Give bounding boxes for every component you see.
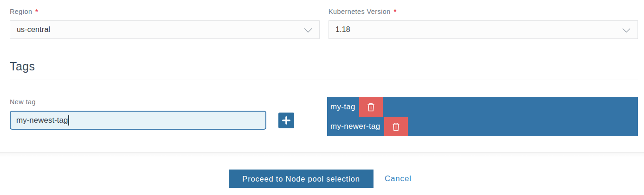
tag-row: my-newer-tag [327,117,638,136]
new-tag-label: New tag [10,98,36,106]
region-label-text: Region [10,8,32,15]
k8s-version-label-text: Kubernetes Version [328,8,391,15]
tags-heading: Tags [10,60,35,73]
tag-name: my-tag [330,102,355,112]
section-divider [10,80,638,80]
delete-tag-button[interactable] [384,117,408,136]
region-select-value: us-central [17,25,50,34]
trash-icon [392,122,400,132]
proceed-button[interactable]: Proceed to Node pool selection [229,170,374,188]
k8s-version-label: Kubernetes Version* [328,8,397,15]
chevron-down-icon [303,25,314,36]
footer-shade [0,153,644,157]
new-tag-input[interactable]: my-newest-tag [10,111,266,130]
plus-icon [282,116,291,125]
tag-name: my-newer-tag [330,122,380,131]
text-cursor [68,115,69,126]
tag-row: my-tag [327,97,638,117]
create-cluster-form: Region* us-central Kubernetes Version* 1… [0,0,644,195]
chevron-down-icon [621,25,632,36]
delete-tag-button[interactable] [359,97,383,117]
new-tag-input-value: my-newest-tag [16,116,68,125]
k8s-version-select-value: 1.18 [335,25,350,34]
required-asterisk: * [35,8,38,15]
k8s-version-select[interactable]: 1.18 [328,20,638,39]
region-select[interactable]: us-central [10,20,320,39]
add-tag-button[interactable] [278,113,294,128]
trash-icon [367,102,375,112]
cancel-link[interactable]: Cancel [385,170,412,188]
region-label: Region* [10,8,38,15]
required-asterisk: * [394,8,397,15]
tags-list: my-tag my-newer-tag [327,97,638,136]
